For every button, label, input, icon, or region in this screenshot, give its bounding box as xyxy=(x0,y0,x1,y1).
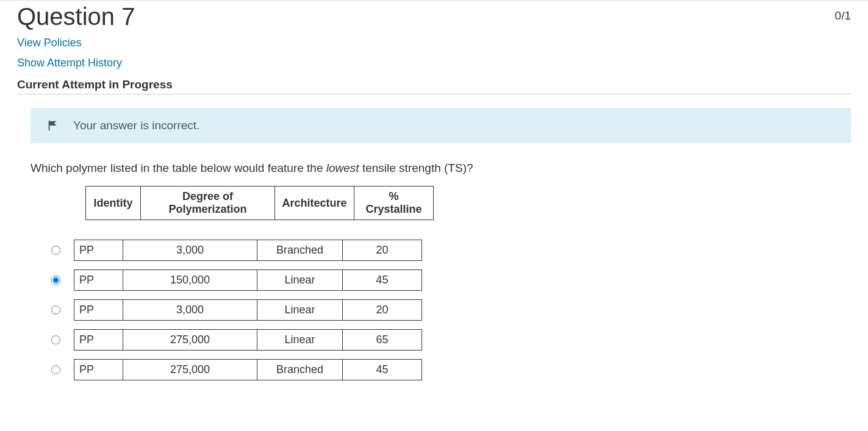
option-radio[interactable] xyxy=(51,365,60,374)
cell-crystalline: 45 xyxy=(343,360,422,380)
cell-crystalline: 65 xyxy=(343,330,422,351)
option-radio[interactable] xyxy=(51,335,60,344)
cell-crystalline: 20 xyxy=(343,240,422,261)
current-attempt-label: Current Attempt in Progress xyxy=(17,78,851,94)
option-table: PP275,000Linear65 xyxy=(74,329,422,351)
option-radio[interactable] xyxy=(51,246,60,255)
view-policies-link[interactable]: View Policies xyxy=(17,37,82,49)
option-row: PP3,000Linear20 xyxy=(51,299,851,321)
cell-crystalline: 20 xyxy=(343,300,422,321)
prompt-emph: lowest xyxy=(326,162,359,174)
option-radio[interactable] xyxy=(51,305,60,315)
cell-dp: 275,000 xyxy=(123,360,257,380)
cell-architecture: Linear xyxy=(257,270,343,291)
feedback-banner: Your answer is incorrect. xyxy=(30,108,851,143)
th-identity: Identity xyxy=(86,187,141,220)
option-row: PP275,000Branched45 xyxy=(51,359,851,380)
cell-crystalline: 45 xyxy=(343,270,422,291)
cell-identity: PP xyxy=(74,360,123,380)
header-table: Identity Degree of Polymerization Archit… xyxy=(85,186,434,220)
cell-identity: PP xyxy=(74,330,123,351)
option-table: PP3,000Branched20 xyxy=(74,240,422,261)
cell-identity: PP xyxy=(74,270,123,291)
option-table: PP275,000Branched45 xyxy=(74,359,422,380)
prompt-post: tensile strength (TS)? xyxy=(359,162,473,174)
question-prompt: Which polymer listed in the table below … xyxy=(30,162,851,175)
option-row: PP3,000Branched20 xyxy=(51,240,851,261)
prompt-pre: Which polymer listed in the table below … xyxy=(30,162,326,174)
cell-dp: 275,000 xyxy=(123,330,257,351)
cell-architecture: Linear xyxy=(257,330,343,351)
feedback-text: Your answer is incorrect. xyxy=(73,119,199,132)
option-radio[interactable] xyxy=(51,276,60,285)
cell-dp: 3,000 xyxy=(123,300,257,321)
cell-dp: 150,000 xyxy=(123,270,257,291)
option-table: PP150,000Linear45 xyxy=(74,269,422,291)
question-score: 0/1 xyxy=(835,9,851,23)
th-architecture: Architecture xyxy=(275,187,354,220)
options-list: PP3,000Branched20PP150,000Linear45PP3,00… xyxy=(51,240,851,380)
cell-identity: PP xyxy=(74,240,123,261)
cell-identity: PP xyxy=(74,300,123,321)
option-row: PP275,000Linear65 xyxy=(51,329,851,351)
option-table: PP3,000Linear20 xyxy=(74,299,422,321)
cell-architecture: Branched xyxy=(257,240,343,261)
question-title: Question 7 xyxy=(17,3,135,30)
cell-architecture: Branched xyxy=(257,360,343,380)
th-dp: Degree of Polymerization xyxy=(141,187,275,220)
cell-architecture: Linear xyxy=(257,300,343,321)
option-row: PP150,000Linear45 xyxy=(51,269,851,291)
cell-dp: 3,000 xyxy=(123,240,257,261)
th-crystalline: % Crystalline xyxy=(354,187,434,220)
show-attempt-history-link[interactable]: Show Attempt History xyxy=(17,57,122,69)
flag-icon xyxy=(46,119,60,132)
